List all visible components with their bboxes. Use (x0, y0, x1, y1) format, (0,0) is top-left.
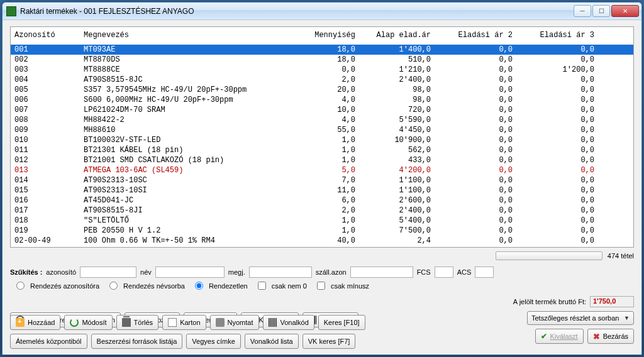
col-id[interactable]: Azonosító (14, 31, 84, 40)
titlebar[interactable]: Raktári termékek - 001 FEJLESZTÉSHEZ ANY… (3, 3, 641, 20)
source-list-button[interactable]: Beszerzési források listája (91, 334, 183, 349)
filter-fcs-input[interactable] (435, 266, 453, 278)
cell-id: 013 (14, 166, 84, 175)
table-row[interactable]: 013ATMEGA 103-6AC (SL459)5,04'200,00,00,… (11, 165, 633, 175)
horizontal-scrollbar[interactable] (496, 251, 602, 260)
cell-id: 012 (14, 156, 84, 165)
table-row[interactable]: 007LP621024DM-70 SRAM10,0720,00,00,0 (11, 105, 633, 115)
cell-p2: 0,0 (436, 176, 518, 185)
only-minus-checkbox[interactable] (317, 282, 325, 290)
vk-search-button[interactable]: VK keres [F7] (303, 334, 356, 349)
cell-id: 004 (14, 75, 84, 84)
table-row[interactable]: 006S600 6,000MHz HC-49/U 20pF+-30ppm4,09… (11, 95, 633, 105)
filter-acs-input[interactable] (475, 266, 494, 278)
table-row[interactable]: 015AT90S2313-10SI11,01'100,00,00,0 (11, 185, 633, 195)
mixed-label-button[interactable]: Vegyes címke (186, 334, 240, 349)
below-grid-bar: 474 tétel (10, 251, 634, 260)
cell-p1: 4'200,0 (360, 166, 436, 175)
delete-button[interactable]: Törlés (116, 315, 159, 330)
cell-p2: 0,0 (436, 65, 518, 74)
cell-p1: 5'590,0 (360, 116, 436, 124)
close-window-button[interactable]: ✕ (611, 5, 639, 17)
filter-note-input[interactable] (249, 266, 312, 278)
table-row[interactable]: 017AT90S8515-8JI2,02'400,00,00,0 (11, 206, 633, 216)
button-row-2: Hozzáad Módosít Törlés Karton Nyomtat Vo… (10, 315, 634, 330)
minimize-button[interactable]: ─ (574, 5, 591, 17)
only-nonzero-checkbox[interactable] (258, 282, 266, 290)
brutto-line: A jelölt termék bruttó Ft: 1'750,0 (513, 296, 634, 307)
cell-name: AT90S2313-10SC (84, 176, 297, 185)
table-row[interactable]: 009MH8861055,04'450,00,00,0 (11, 125, 633, 135)
cell-p1: 10'900,0 (360, 136, 436, 145)
filter-supplier-label: száll.azon (316, 268, 347, 276)
cell-name: LP621024DM-70 SRAM (84, 106, 297, 114)
cell-name: ATMEGA 103-6AC (SL459) (84, 166, 297, 175)
filter-id-input[interactable] (80, 266, 136, 278)
cell-p1: 2'400,0 (360, 75, 436, 84)
cell-qty: 4,0 (297, 116, 360, 124)
table-row[interactable]: 014AT90S2313-10SC7,01'100,00,00,0 (11, 175, 633, 185)
grid-body[interactable]: 001MT093AE18,01'400,00,00,0002MT8870DS18… (11, 45, 633, 247)
table-row[interactable]: 003MT8888CE0,01'210,00,01'200,0 (11, 65, 633, 75)
cell-p2: 0,0 (436, 186, 518, 195)
col-name[interactable]: Megnevezés (84, 31, 297, 40)
cell-p3: 1'200,0 (518, 65, 599, 74)
cell-id: 002 (14, 55, 84, 64)
table-row[interactable]: 010BT100032V-STF-LED1,010'900,00,00,0 (11, 135, 633, 145)
cell-name: MT8870DS (84, 55, 297, 64)
cell-name: MH88610 (84, 126, 297, 135)
card-button[interactable]: Karton (162, 315, 206, 330)
table-row[interactable]: 008MH88422-24,05'590,00,00,0 (11, 115, 633, 125)
only-nonzero-label: csak nem 0 (272, 282, 307, 290)
filter-supplier-input[interactable] (350, 266, 413, 278)
cell-name: BT21001 SMD CSATLAKOZÓ (18 pin) (84, 156, 297, 165)
cell-p3: 0,0 (518, 55, 599, 64)
cell-p3: 0,0 (518, 156, 599, 165)
table-row[interactable]: 016AT45D041-JC6,02'600,00,00,0 (11, 195, 633, 206)
sort-unsorted-radio[interactable] (195, 282, 203, 290)
lift-central-button[interactable]: Átemelés központiból (10, 334, 87, 349)
cell-qty: 10,0 (297, 106, 360, 114)
cell-name: BT100032V-STF-LED (84, 136, 297, 145)
barcode-button[interactable]: Vonalkód (263, 315, 314, 330)
cell-name: PEB 20550 H V 1.2 (84, 226, 297, 235)
sort-by-id-radio[interactable] (16, 282, 25, 290)
modify-button[interactable]: Módosít (64, 315, 112, 330)
table-row[interactable]: 002MT8870DS18,0510,00,00,0 (11, 55, 633, 65)
barcode-icon (269, 318, 277, 327)
cell-qty: 5,0 (297, 166, 360, 175)
table-row[interactable]: 005S357 3,579545MHz HC-49/U 20pF+-30ppm2… (11, 85, 633, 95)
products-grid[interactable]: Azonosító Megnevezés Mennyiség Alap elad… (10, 26, 634, 248)
cell-p1: 4'450,0 (360, 126, 436, 135)
table-row[interactable]: 011BT21301 KÁBEL (18 pin)1,0562,00,00,0 (11, 145, 633, 155)
cell-qty: 1,0 (297, 226, 360, 235)
cell-p3: 0,0 (518, 186, 599, 195)
cell-qty: 1,0 (297, 136, 360, 145)
table-row[interactable]: 019PEB 20550 H V 1.21,07'500,00,00,0 (11, 226, 633, 236)
table-row[interactable]: 018"S"LETÖLTŐ1,05'400,00,00,0 (11, 216, 633, 226)
col-price3[interactable]: Eladási ár 3 (518, 31, 599, 40)
cell-p2: 0,0 (436, 206, 518, 215)
cell-p3: 0,0 (518, 106, 599, 114)
filter-name-input[interactable] (155, 266, 225, 278)
barcode-list-button[interactable]: Vonalkód lista (245, 334, 299, 349)
table-row[interactable]: 004AT90S8515-8JC2,02'400,00,00,0 (11, 75, 633, 85)
cell-p3: 0,0 (518, 216, 599, 225)
table-row[interactable]: 012BT21001 SMD CSATLAKOZÓ (18 pin)1,0433… (11, 155, 633, 165)
cell-id: 018 (14, 216, 84, 225)
cell-p2: 0,0 (436, 136, 518, 145)
table-row[interactable]: 02-00-49100 Ohm 0.66 W TK=+-50 1% RM440,… (11, 236, 633, 246)
sort-by-name-radio[interactable] (109, 282, 118, 290)
add-button[interactable]: Hozzáad (10, 315, 60, 330)
print-button[interactable]: Nyomtat (210, 315, 259, 330)
search-button[interactable]: Keres [F10] (318, 315, 365, 330)
table-row[interactable]: 001MT093AE18,01'400,00,00,0 (11, 45, 633, 55)
cell-name: MT8888CE (84, 65, 297, 74)
maximize-button[interactable]: ☐ (592, 5, 610, 17)
col-price1[interactable]: Alap elad.ár (360, 31, 436, 40)
col-qty[interactable]: Mennyiség (297, 31, 360, 40)
cell-p2: 0,0 (436, 96, 518, 104)
filter-id-label: azonosító (46, 268, 76, 276)
col-price2[interactable]: Eladási ár 2 (436, 31, 518, 40)
cell-p2: 0,0 (436, 126, 518, 135)
